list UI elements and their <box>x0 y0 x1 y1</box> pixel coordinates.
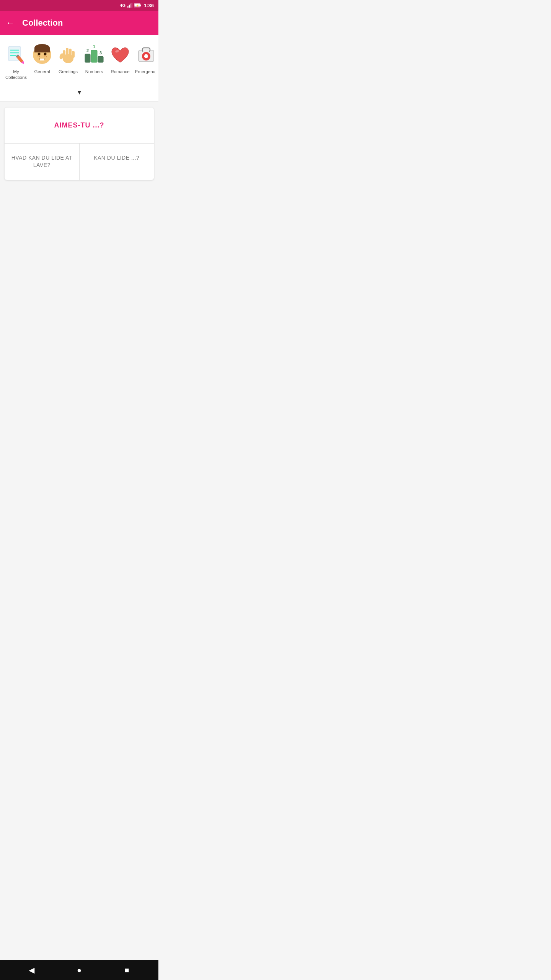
romance-label: Romance <box>111 69 129 75</box>
svg-rect-35 <box>98 56 103 62</box>
svg-rect-5 <box>140 5 141 6</box>
phrase-card[interactable]: AIMES-TU ...? HVAD KAN DU LIDE AT LAVE? … <box>5 108 154 180</box>
svg-rect-29 <box>72 51 75 58</box>
svg-rect-0 <box>127 6 128 8</box>
numbers-icon: 2 1 3 <box>82 43 106 67</box>
signal-bars-icon <box>127 3 132 8</box>
svg-rect-2 <box>130 3 131 7</box>
back-button[interactable]: ← <box>6 18 15 28</box>
categories-container: My Collections <box>0 35 158 85</box>
chevron-down-icon: ▾ <box>78 88 81 96</box>
page-title: Collection <box>22 18 63 28</box>
category-romance[interactable]: Romance <box>107 41 133 76</box>
emergency-label: Emergency <box>135 69 155 75</box>
svg-rect-3 <box>132 3 132 8</box>
general-label: General <box>34 69 50 75</box>
romance-icon <box>108 43 132 67</box>
card-top[interactable]: AIMES-TU ...? <box>5 108 154 144</box>
category-greetings[interactable]: Greetings <box>55 41 81 76</box>
my-collections-label: My Collections <box>4 69 28 80</box>
card-bottom-right[interactable]: KAN DU LIDE ...? <box>80 144 154 180</box>
time-display: 1:36 <box>144 3 154 8</box>
svg-rect-40 <box>143 49 149 52</box>
my-collections-icon <box>4 43 28 67</box>
svg-point-19 <box>44 53 47 56</box>
greetings-label: Greetings <box>59 69 78 75</box>
svg-rect-1 <box>129 5 130 8</box>
svg-text:1: 1 <box>93 44 96 49</box>
category-numbers[interactable]: 2 1 3 Numbers <box>81 41 107 76</box>
greetings-icon <box>56 43 80 67</box>
svg-point-21 <box>39 56 40 57</box>
svg-point-22 <box>44 56 46 57</box>
signal-icon: 4G <box>120 3 126 8</box>
svg-point-23 <box>46 56 47 57</box>
svg-rect-43 <box>144 56 148 57</box>
svg-point-18 <box>38 53 41 56</box>
card-phrase-right: KAN DU LIDE ...? <box>94 155 139 161</box>
svg-rect-33 <box>91 50 97 62</box>
svg-rect-17 <box>34 48 50 52</box>
status-bar: 4G ⚡ 1:36 <box>0 0 158 11</box>
svg-text:2: 2 <box>86 48 89 53</box>
svg-rect-27 <box>66 48 68 58</box>
numbers-label: Numbers <box>85 69 103 75</box>
cards-section: AIMES-TU ...? HVAD KAN DU LIDE AT LAVE? … <box>0 101 158 186</box>
card-phrase-left: HVAD KAN DU LIDE AT LAVE? <box>11 155 72 168</box>
svg-rect-28 <box>69 49 72 58</box>
svg-rect-24 <box>40 59 44 60</box>
app-header: ← Collection <box>0 11 158 35</box>
card-bottom: HVAD KAN DU LIDE AT LAVE? KAN DU LIDE ..… <box>5 144 154 180</box>
emergency-icon <box>134 43 155 67</box>
status-icons: 4G ⚡ <box>120 3 142 8</box>
general-icon <box>30 43 54 67</box>
category-emergency[interactable]: Emergency <box>133 41 155 76</box>
card-bottom-left[interactable]: HVAD KAN DU LIDE AT LAVE? <box>5 144 80 180</box>
category-my-collections[interactable]: My Collections <box>3 41 29 82</box>
categories-row: My Collections <box>3 41 155 82</box>
svg-point-20 <box>37 56 39 57</box>
svg-text:⚡: ⚡ <box>136 4 139 7</box>
svg-rect-31 <box>85 54 90 62</box>
category-general[interactable]: General <box>29 41 55 76</box>
battery-icon: ⚡ <box>134 3 142 8</box>
svg-text:3: 3 <box>99 51 102 55</box>
card-main-phrase: AIMES-TU ...? <box>54 121 104 129</box>
chevron-container[interactable]: ▾ <box>0 85 158 101</box>
